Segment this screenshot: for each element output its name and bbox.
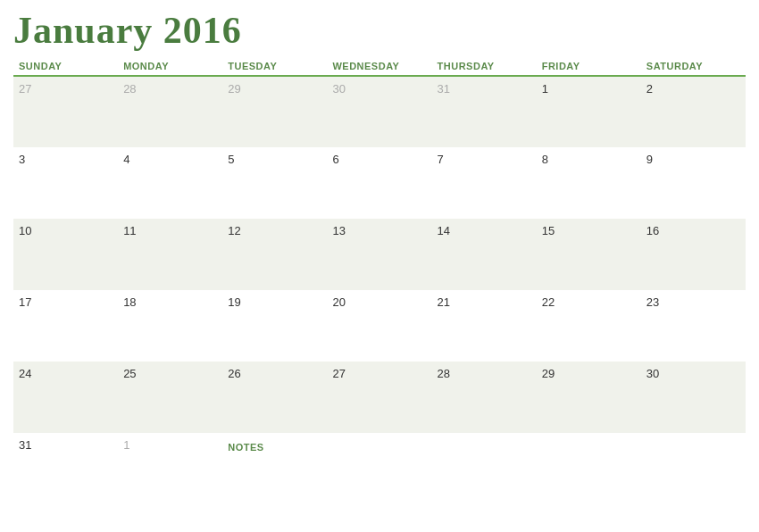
day-number: 27 [332,367,426,380]
day-number: 8 [542,153,636,166]
week-row-1: 272829303112 [13,76,746,147]
calendar-cell: 16 [641,219,746,290]
day-number: 17 [19,295,113,309]
calendar-cell: 7 [432,147,537,219]
calendar-cell: 6 [327,147,431,219]
calendar-cell: 27 [327,362,431,433]
day-number: 20 [332,295,426,309]
day-number: 31 [438,82,531,96]
day-number: 1 [542,82,636,96]
day-number: 5 [228,153,321,166]
day-number: 2 [646,82,740,96]
calendar-cell: 3 [13,147,118,219]
calendar-cell: 29 [537,362,641,433]
week-row-4: 17181920212223 [13,290,746,362]
notes-label: NOTES [228,442,263,453]
day-number: 1 [123,438,217,452]
day-number: 29 [228,82,321,96]
calendar-grid: SUNDAYMONDAYTUESDAYWEDNESDAYTHURSDAYFRID… [13,57,746,504]
day-number: 27 [19,82,113,96]
calendar-cell: 18 [118,290,222,362]
day-number: 23 [646,295,740,309]
day-number: 7 [438,153,531,166]
day-number: 24 [19,367,113,380]
day-number: 28 [438,367,531,380]
calendar-cell: 28 [118,76,222,147]
day-of-week-saturday: SATURDAY [641,57,746,76]
calendar-cell: 30 [327,76,431,147]
day-number: 30 [332,82,426,96]
day-of-week-monday: MONDAY [118,57,222,76]
day-number: 6 [332,153,426,166]
calendar-cell: 15 [537,219,641,290]
day-number: 11 [123,224,217,237]
day-of-week-sunday: SUNDAY [13,57,118,76]
day-number: 3 [19,153,113,166]
day-of-week-thursday: THURSDAY [432,57,537,76]
calendar-cell: 1 [537,76,641,147]
calendar-cell: 5 [222,147,327,219]
calendar-cell: 8 [537,147,641,219]
week-row-5: 24252627282930 [13,362,746,433]
day-number: 9 [646,153,740,166]
day-number: 4 [123,153,217,166]
calendar-cell: 2 [641,76,746,147]
calendar-cell: 24 [13,362,118,433]
calendar-cell: 26 [222,362,327,433]
calendar-cell: 1 [118,433,222,504]
day-number: 28 [123,82,217,96]
day-number: 14 [438,224,531,237]
calendar-cell: 12 [222,219,327,290]
calendar-cell: 30 [641,362,746,433]
week-row-last: 311NOTES [13,433,746,504]
day-number: 12 [228,224,321,237]
calendar-cell: 28 [432,362,537,433]
calendar-cell: 19 [222,290,327,362]
calendar-cell: 14 [432,219,537,290]
calendar-cell: 31 [13,433,118,504]
calendar-cell: 25 [118,362,222,433]
day-number: 18 [123,295,217,309]
calendar-cell: 31 [432,76,537,147]
notes-cell: NOTES [222,433,746,504]
day-number: 26 [228,367,321,380]
calendar-cell: 4 [118,147,222,219]
calendar-cell: 23 [641,290,746,362]
calendar-title: January 2016 [13,9,746,52]
week-row-3: 10111213141516 [13,219,746,290]
day-number: 25 [123,367,217,380]
day-of-week-friday: FRIDAY [537,57,641,76]
calendar-cell: 11 [118,219,222,290]
day-of-week-wednesday: WEDNESDAY [327,57,431,76]
day-number: 19 [228,295,321,309]
day-number: 31 [19,438,113,452]
day-number: 30 [646,367,740,380]
days-header-row: SUNDAYMONDAYTUESDAYWEDNESDAYTHURSDAYFRID… [13,57,746,76]
calendar-cell: 22 [537,290,641,362]
calendar-cell: 20 [327,290,431,362]
calendar-cell: 21 [432,290,537,362]
calendar-cell: 13 [327,219,431,290]
day-of-week-tuesday: TUESDAY [222,57,327,76]
day-number: 15 [542,224,636,237]
calendar-cell: 27 [13,76,118,147]
day-number: 10 [19,224,113,237]
week-row-2: 3456789 [13,147,746,219]
calendar-cell: 29 [222,76,327,147]
calendar-cell: 9 [641,147,746,219]
calendar-cell: 10 [13,219,118,290]
day-number: 22 [542,295,636,309]
day-number: 13 [332,224,426,237]
day-number: 16 [646,224,740,237]
day-number: 21 [438,295,531,309]
calendar-body: 2728293031123456789101112131415161718192… [13,76,746,504]
calendar-cell: 17 [13,290,118,362]
day-number: 29 [542,367,636,380]
